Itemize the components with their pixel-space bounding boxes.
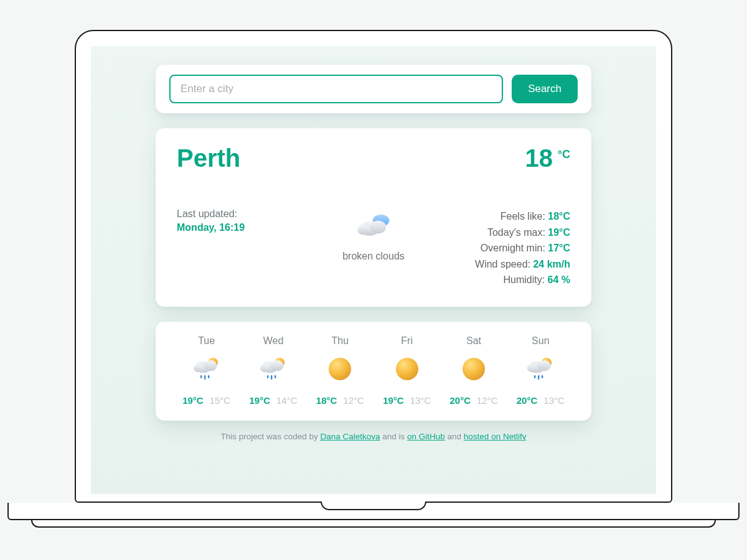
- forecast-high: 19°C: [182, 395, 204, 406]
- humidity-value: 64 %: [548, 274, 570, 285]
- todays-max-label: Today's max:: [487, 227, 548, 238]
- forecast-high: 19°C: [249, 395, 270, 406]
- condition-text: broken clouds: [342, 251, 405, 262]
- netlify-link[interactable]: hosted on Netlify: [464, 432, 527, 441]
- forecast-high: 18°C: [316, 395, 337, 406]
- forecast-day: Fri19°C13°C: [374, 335, 440, 406]
- last-updated-label: Last updated:: [177, 208, 303, 220]
- wind-speed-value: 24 km/h: [533, 259, 570, 269]
- forecast-high: 20°C: [517, 395, 538, 406]
- forecast-low: 12°C: [477, 395, 498, 406]
- forecast-day: Sat20°C12°C: [440, 335, 507, 406]
- feels-like-value: 18°C: [548, 211, 570, 222]
- forecast-day-name: Sat: [440, 335, 507, 347]
- feels-like-label: Feels like:: [500, 211, 548, 222]
- temperature-unit: °C: [558, 148, 570, 161]
- current-temp-value: 18: [525, 144, 553, 172]
- sun-icon: [392, 354, 422, 384]
- laptop-frame: Search Perth 18 °C Last updated: Monday,…: [75, 30, 672, 528]
- forecast-day: Tue19°C15°C: [173, 335, 240, 406]
- rain-sun-icon: [258, 354, 288, 384]
- app-screen: Search Perth 18 °C Last updated: Monday,…: [91, 46, 656, 494]
- sun-icon: [459, 354, 489, 384]
- current-weather-card: Perth 18 °C Last updated: Monday, 16:19: [156, 128, 591, 307]
- forecast-day: Thu18°C12°C: [307, 335, 374, 406]
- laptop-notch: [321, 502, 426, 510]
- forecast-day-name: Wed: [240, 335, 306, 347]
- todays-max-value: 19°C: [548, 227, 570, 238]
- sun-icon: [325, 354, 355, 384]
- laptop-lid: Search Perth 18 °C Last updated: Monday,…: [75, 30, 672, 503]
- forecast-card: Tue19°C15°CWed19°C14°CThu18°C12°CFri19°C…: [156, 322, 591, 421]
- forecast-low: 14°C: [276, 395, 298, 406]
- rain-sun-icon: [192, 354, 222, 384]
- footer-pre: This project was coded by: [221, 432, 321, 441]
- city-name: Perth: [177, 144, 240, 172]
- forecast-high: 20°C: [449, 395, 471, 406]
- broken-clouds-icon: [355, 208, 392, 245]
- footer-mid: and is: [380, 432, 407, 441]
- github-link[interactable]: on GitHub: [407, 432, 445, 441]
- forecast-day-name: Fri: [374, 335, 440, 347]
- overnight-min-value: 17°C: [548, 243, 570, 253]
- forecast-day: Wed19°C14°C: [240, 335, 306, 406]
- forecast-day-name: Thu: [307, 335, 374, 347]
- city-search-input[interactable]: [169, 75, 503, 103]
- forecast-high: 19°C: [383, 395, 404, 406]
- forecast-low: 13°C: [410, 395, 431, 406]
- laptop-base-bottom: [31, 520, 716, 528]
- forecast-day-name: Sun: [507, 335, 574, 347]
- search-card: Search: [156, 65, 591, 113]
- forecast-day-name: Tue: [173, 335, 240, 347]
- forecast-low: 15°C: [210, 395, 231, 406]
- forecast-day: Sun20°C13°C: [507, 335, 574, 406]
- last-updated-value: Monday, 16:19: [177, 222, 303, 233]
- footer-and: and: [445, 432, 464, 441]
- wind-speed-label: Wind speed:: [475, 259, 533, 269]
- search-button[interactable]: Search: [512, 75, 578, 103]
- current-stats: Feels like: 18°C Today's max: 19°C Overn…: [444, 208, 570, 288]
- humidity-label: Humidity:: [503, 274, 547, 285]
- rain-sun-icon: [525, 354, 555, 384]
- current-temperature: 18 °C: [525, 144, 571, 172]
- laptop-base-top: [7, 503, 740, 520]
- author-link[interactable]: Dana Caletkova: [320, 432, 380, 441]
- overnight-min-label: Overnight min:: [481, 243, 548, 253]
- forecast-low: 12°C: [343, 395, 364, 406]
- forecast-low: 13°C: [543, 395, 565, 406]
- footer-text: This project was coded by Dana Caletkova…: [221, 432, 527, 441]
